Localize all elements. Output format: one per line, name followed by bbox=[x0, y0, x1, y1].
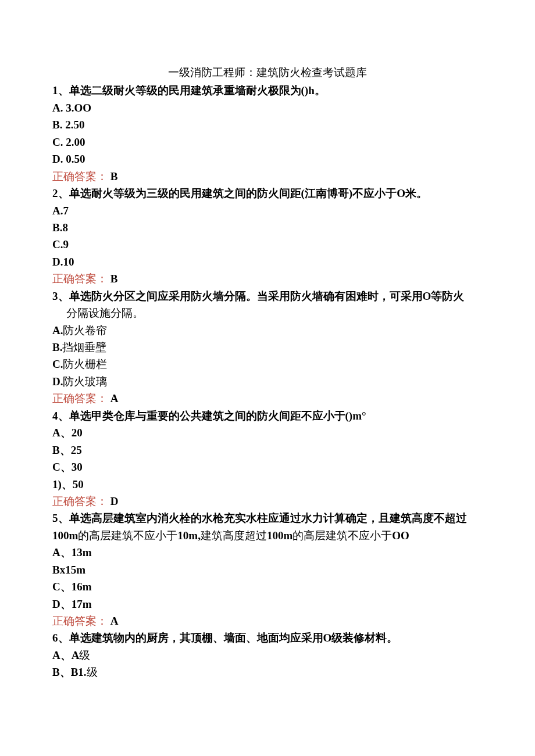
answer-value: B bbox=[110, 273, 118, 285]
q6-option-a: A、A级 bbox=[52, 647, 483, 664]
q6-stem: 6、单选建筑物内的厨房，其顶棚、墙面、地面均应采用O级装修材料。 bbox=[52, 629, 483, 646]
q3-option-a: A.防火卷帘 bbox=[52, 322, 483, 339]
q4-answer: 正确答案： D bbox=[52, 493, 483, 510]
q4-option-d: 1)、50 bbox=[52, 476, 483, 493]
q1-option-d: D. 0.50 bbox=[52, 151, 483, 167]
q4-option-a: A、20 bbox=[52, 424, 483, 441]
answer-label: 正确答案： bbox=[52, 170, 108, 182]
q5-option-b: Bx15m bbox=[52, 561, 483, 578]
answer-value: A bbox=[110, 392, 119, 404]
q3-option-d: D.防火玻璃 bbox=[52, 373, 483, 390]
q5-stem-line2: 100m的高层建筑不应小于10m,建筑高度超过100m的高层建筑不应小于OO bbox=[52, 527, 483, 544]
q1-option-c: C. 2.00 bbox=[52, 134, 483, 151]
q4-stem: 4、单选甲类仓库与重要的公共建筑之间的防火间距不应小于()m° bbox=[52, 407, 483, 424]
q3-option-b: B.挡烟垂壁 bbox=[52, 339, 483, 356]
answer-label: 正确答案： bbox=[52, 392, 108, 404]
document-title: 一级消防工程师：建筑防火检查考试题库 bbox=[52, 64, 483, 81]
q6-option-b: B、B1.级 bbox=[52, 664, 483, 680]
q2-option-d: D.10 bbox=[52, 253, 483, 270]
q5-option-d: D、17m bbox=[52, 596, 483, 612]
q1-option-b: B. 2.50 bbox=[52, 116, 483, 133]
q2-stem: 2、单选耐火等级为三级的民用建筑之间的防火间距(江南博哥)不应小于O米。 bbox=[52, 185, 483, 202]
q3-stem-line2: 分隔设施分隔。 bbox=[52, 304, 483, 321]
q5-stem-line1: 5、单选高层建筑室内消火栓的水枪充实水柱应通过水力计算确定，且建筑高度不超过 bbox=[52, 510, 483, 526]
q2-option-b: B.8 bbox=[52, 219, 483, 236]
answer-value: A bbox=[110, 615, 119, 627]
q3-answer: 正确答案： A bbox=[52, 390, 483, 407]
q1-stem: 1、单选二级耐火等级的民用建筑承重墙耐火极限为()h。 bbox=[52, 82, 483, 99]
q5-option-c: C、16m bbox=[52, 578, 483, 595]
answer-label: 正确答案： bbox=[52, 615, 108, 627]
q2-answer: 正确答案： B bbox=[52, 270, 483, 287]
q2-option-a: A.7 bbox=[52, 202, 483, 219]
q1-answer: 正确答案： B bbox=[52, 168, 483, 185]
q3-option-c: C.防火栅栏 bbox=[52, 356, 483, 372]
q5-answer: 正确答案： A bbox=[52, 612, 483, 629]
q2-option-c: C.9 bbox=[52, 236, 483, 253]
answer-label: 正确答案： bbox=[52, 273, 108, 285]
q1-option-a: A. 3.OO bbox=[52, 99, 483, 116]
q4-option-c: C、30 bbox=[52, 458, 483, 475]
q3-stem-line1: 3、单选防火分区之间应采用防火墙分隔。当采用防火墙确有困难时，可采用O等防火 bbox=[52, 288, 483, 304]
q4-option-b: B、25 bbox=[52, 442, 483, 458]
q5-option-a: A、13m bbox=[52, 544, 483, 561]
answer-value: B bbox=[110, 170, 118, 182]
answer-label: 正确答案： bbox=[52, 495, 108, 507]
answer-value: D bbox=[110, 495, 119, 507]
